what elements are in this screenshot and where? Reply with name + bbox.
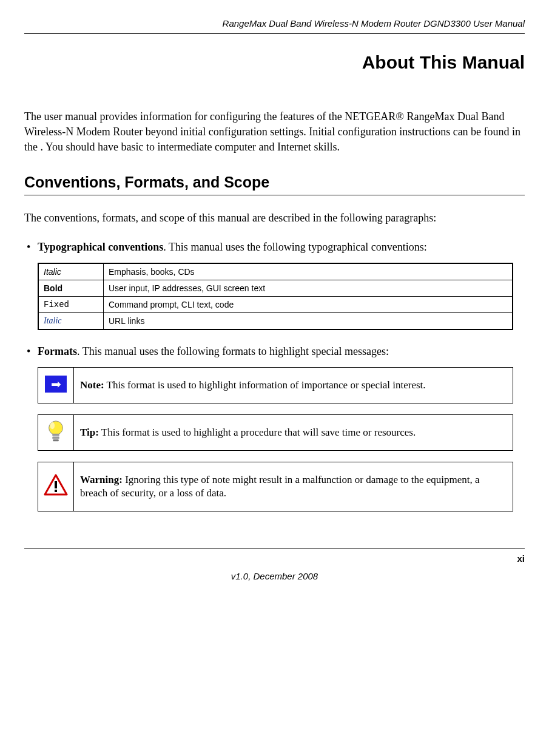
conv-desc: Command prompt, CLI text, code xyxy=(104,296,513,312)
conv-desc: URL links xyxy=(104,312,513,329)
section-intro: The conventions, formats, and scope of t… xyxy=(24,211,525,226)
tip-label: Tip: xyxy=(80,427,99,438)
conv-style: Bold xyxy=(38,280,104,296)
note-body: This format is used to highlight informa… xyxy=(104,379,426,391)
note-icon-cell xyxy=(38,367,74,403)
svg-point-1 xyxy=(50,422,55,429)
table-row: Italic Emphasis, books, CDs xyxy=(38,263,513,280)
conv-desc: User input, IP addresses, GUI screen tex… xyxy=(104,280,513,296)
arrow-right-icon xyxy=(45,376,67,393)
intro-paragraph: The user manual provides information for… xyxy=(24,109,525,155)
page-number: xi xyxy=(24,553,525,564)
svg-rect-2 xyxy=(52,434,59,436)
table-row: Bold User input, IP addresses, GUI scree… xyxy=(38,280,513,296)
warning-icon-cell xyxy=(38,462,74,511)
warning-body: Ignoring this type of note might result … xyxy=(80,474,480,499)
svg-rect-3 xyxy=(52,436,59,439)
conv-desc: Emphasis, books, CDs xyxy=(104,263,513,280)
tip-callout: Tip: This format is used to highlight a … xyxy=(38,414,513,451)
table-row: Italic URL links xyxy=(38,312,513,329)
tip-icon-cell xyxy=(38,414,74,450)
footer-divider xyxy=(24,548,525,548)
document-header: RangeMax Dual Band Wireless-N Modem Rout… xyxy=(24,18,525,34)
conv-style: Italic xyxy=(38,263,104,280)
bullet-label: Formats xyxy=(38,345,77,357)
conv-style: Fixed xyxy=(38,296,104,312)
warning-label: Warning: xyxy=(80,474,123,485)
bullet-typographical: Typographical conventions. This manual u… xyxy=(38,241,525,254)
bullet-tail: . This manual uses the following typogra… xyxy=(163,241,427,253)
tip-text-cell: Tip: This format is used to highlight a … xyxy=(74,414,513,450)
bullet-tail: . This manual uses the following formats… xyxy=(77,345,389,357)
note-label: Note: xyxy=(80,379,104,391)
section-heading: Conventions, Formats, and Scope xyxy=(24,174,525,195)
warning-callout: Warning: Ignoring this type of note migh… xyxy=(38,462,513,511)
conv-style: Italic xyxy=(38,312,104,329)
version-label: v1.0, December 2008 xyxy=(24,571,525,581)
conventions-table: Italic Emphasis, books, CDs Bold User in… xyxy=(38,263,513,330)
warning-triangle-icon xyxy=(44,476,68,501)
warning-text-cell: Warning: Ignoring this type of note migh… xyxy=(74,462,513,511)
bullet-label: Typographical conventions xyxy=(38,241,163,253)
svg-rect-5 xyxy=(55,481,57,488)
bullet-formats: Formats. This manual uses the following … xyxy=(38,345,525,358)
note-text-cell: Note: This format is used to highlight i… xyxy=(74,367,513,403)
footer: xi v1.0, December 2008 xyxy=(24,548,525,581)
svg-rect-6 xyxy=(55,490,57,492)
lightbulb-icon xyxy=(44,436,67,446)
svg-rect-4 xyxy=(53,439,59,441)
page-title: About This Manual xyxy=(24,52,525,73)
table-row: Fixed Command prompt, CLI text, code xyxy=(38,296,513,312)
tip-body: This format is used to highlight a proce… xyxy=(99,427,416,438)
note-callout: Note: This format is used to highlight i… xyxy=(38,367,513,403)
